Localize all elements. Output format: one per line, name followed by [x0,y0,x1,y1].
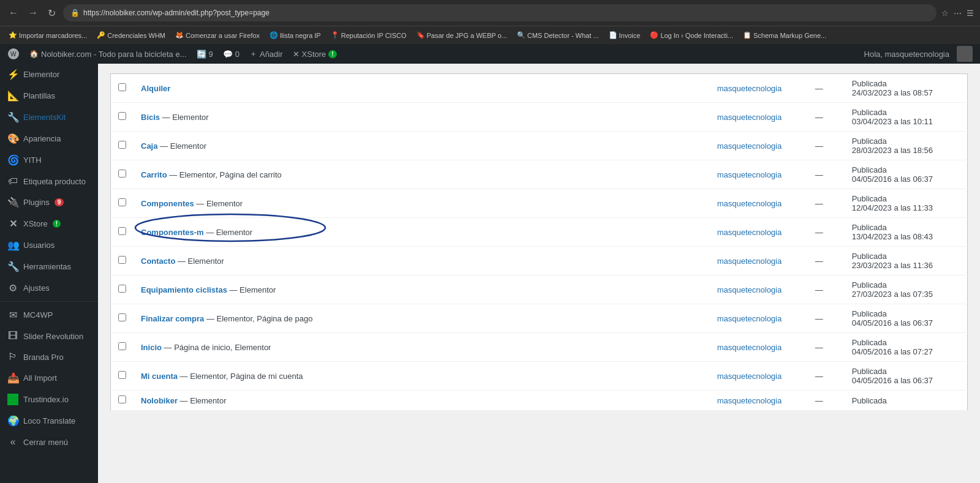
page-title-link-componentes[interactable]: Componentes [141,199,194,208]
bookmark-cms[interactable]: 🔍 CMS Detector - What ... [513,30,603,40]
page-title-link-equipamiento[interactable]: Equipamiento ciclistas [141,285,227,294]
bookmark-credenciales[interactable]: 🔑 Credenciales WHM [93,30,169,40]
bookmark-importar[interactable]: ⭐ Importar marcadores... [5,30,91,40]
row-checkbox-componentes-m[interactable] [118,227,126,235]
wp-logo-icon: W [7,48,20,60]
author-link-caja[interactable]: masquetecnologia [717,141,782,151]
author-link-finalizar[interactable]: masquetecnologia [717,314,782,323]
bookmark-webp[interactable]: 🔖 Pasar de JPG a WEBP o... [413,30,511,40]
sidebar-item-cerrar[interactable]: « Cerrar menú [0,432,98,452]
sidebar-item-mc4wp[interactable]: ✉ MC4WP [0,304,98,326]
row-checkbox-finalizar[interactable] [118,313,126,321]
sidebar-item-slider[interactable]: 🎞 Slider Revolution [0,326,98,346]
bookmark-llista[interactable]: 🌐 llista negra IP [266,30,325,40]
nav-forward-button[interactable]: → [26,6,40,20]
sidebar-item-ajustes[interactable]: ⚙ Ajustes [0,277,98,299]
pages-table: Alquiler masquetecnologia — Publicada 24… [110,73,968,411]
author-link-alquiler[interactable]: masquetecnologia [717,84,782,93]
extensions-icon[interactable]: ⋯ [954,9,962,18]
row-status-caja: Publicada [852,137,960,146]
site-name-item[interactable]: 🏠 Nolobiker.com - Todo para la bicicleta… [29,50,187,59]
page-title-link-bicis[interactable]: Bicis [141,113,160,122]
bookmark-login[interactable]: 🔴 Log In ‹ Qode Interacti... [646,30,737,40]
menu-icon[interactable]: ☰ [967,9,974,18]
elementor-icon: ⚡ [7,69,18,80]
sidebar-label-mc4wp: MC4WP [23,310,53,320]
page-meta-componentes: — Elementor [196,199,243,208]
row-checkbox-carrito[interactable] [118,170,126,178]
page-title-link-caja[interactable]: Caja [141,141,157,151]
xstore-sidebar-badge: ! [53,220,61,228]
page-title-link-carrito[interactable]: Carrito [141,170,167,179]
author-link-contacto[interactable]: masquetecnologia [717,256,782,266]
bookmark-cisco[interactable]: 📍 Reputación IP CISCO [327,30,410,40]
row-checkbox-bicis[interactable] [118,112,126,120]
row-checkbox-nolobiker[interactable] [118,395,126,403]
yith-icon: 🌀 [7,154,18,166]
page-title-link-alquiler[interactable]: Alquiler [141,84,170,93]
row-checkbox-contacto[interactable] [118,256,126,264]
row-checkbox-cell [111,333,134,362]
sidebar-item-locotranslate[interactable]: 🌍 Loco Translate [0,410,98,432]
row-date-cell-componentes-m: Publicada 13/04/2023 a las 08:43 [845,218,967,247]
row-dash-cell-carrito: — [808,160,845,189]
row-author-cell: masquetecnologia [710,333,808,362]
author-link-bicis[interactable]: masquetecnologia [717,113,782,122]
sidebar-item-plantillas[interactable]: 📐 Plantillas [0,85,98,107]
row-checkbox-alquiler[interactable] [118,83,126,91]
page-title-link-componentes-m[interactable]: Componentes-m [141,228,204,237]
page-title-link-mi-cuenta[interactable]: Mi cuenta [141,372,178,381]
page-title-link-finalizar[interactable]: Finalizar compra [141,314,204,323]
page-meta-caja: — Elementor [160,141,206,151]
row-checkbox-caja[interactable] [118,141,126,149]
page-title-link-nolobiker[interactable]: Nolobiker [141,396,178,405]
comments-item[interactable]: 💬 0 [223,50,239,59]
sidebar-item-apariencia[interactable]: 🎨 Apariencia [0,128,98,149]
bookmark-schema[interactable]: 📋 Schema Markup Gene... [739,30,830,40]
wp-logo-item[interactable]: W [7,48,20,60]
bookmark-invoice[interactable]: 📄 Invoice [605,30,644,40]
author-link-equipamiento[interactable]: masquetecnologia [717,285,782,294]
author-link-nolobiker[interactable]: masquetecnologia [717,396,782,405]
sidebar-item-yith[interactable]: 🌀 YITH [0,149,98,171]
add-new-item[interactable]: ＋ Añadir [249,48,283,59]
sidebar-item-xstore[interactable]: ✕ XStore ! [0,213,98,234]
row-checkbox-inicio[interactable] [118,342,126,350]
row-dash-cell-componentes: — [808,189,845,218]
url-bar[interactable]: 🔒 https://nolobiker.com/wp-admin/edit.ph… [63,4,937,21]
page-meta-componentes-m: — Elementor [206,228,252,237]
sidebar-item-trustindex[interactable]: ✔ Trustindex.io [0,389,98,410]
sidebar-item-herramientas[interactable]: 🔧 Herramientas [0,256,98,277]
sidebar-item-elementor[interactable]: ⚡ Elementor [0,64,98,85]
page-title-link-contacto[interactable]: Contacto [141,256,175,266]
author-link-mi-cuenta[interactable]: masquetecnologia [717,372,782,381]
row-checkbox-mi-cuenta[interactable] [118,371,126,379]
sidebar-item-branda[interactable]: 🏳 Branda Pro [0,346,98,367]
page-title-link-inicio[interactable]: Inicio [141,343,162,352]
page-meta-contacto: — Elementor [178,256,224,266]
nav-refresh-button[interactable]: ↻ [45,6,58,20]
author-link-componentes-m[interactable]: masquetecnologia [717,228,782,237]
row-date-cell-bicis: Publicada 03/04/2023 a las 10:11 [845,103,967,132]
row-author-cell: masquetecnologia [710,74,808,103]
site-name: Nolobiker.com - Todo para la bicicleta e… [41,50,187,59]
nav-back-button[interactable]: ← [6,6,21,20]
sidebar-item-etiqueta[interactable]: 🏷 Etiqueta producto [0,171,98,192]
bookmark-icon[interactable]: ☆ [941,9,949,18]
sidebar-item-elementskit[interactable]: 🔧 ElementsKit [0,107,98,128]
sidebar-item-usuarios[interactable]: 👥 Usuarios [0,234,98,256]
sidebar-item-allimport[interactable]: 📥 All Import [0,367,98,389]
bookmark-firefox[interactable]: 🦊 Comenzar a usar Firefox [172,30,263,40]
row-checkbox-cell [111,132,134,160]
sidebar-item-plugins[interactable]: 🔌 Plugins 9 [0,192,98,213]
slider-icon: 🎞 [7,331,18,342]
page-meta-equipamiento: — Elementor [230,285,276,294]
row-checkbox-componentes[interactable] [118,198,126,206]
updates-item[interactable]: 🔄 9 [197,50,213,59]
author-link-carrito[interactable]: masquetecnologia [717,170,782,179]
sidebar-label-yith: YITH [23,155,42,165]
row-checkbox-equipamiento[interactable] [118,285,126,293]
author-link-componentes[interactable]: masquetecnologia [717,199,782,208]
author-link-inicio[interactable]: masquetecnologia [717,343,782,352]
xstore-item[interactable]: ✕ XStore ! [293,50,337,59]
